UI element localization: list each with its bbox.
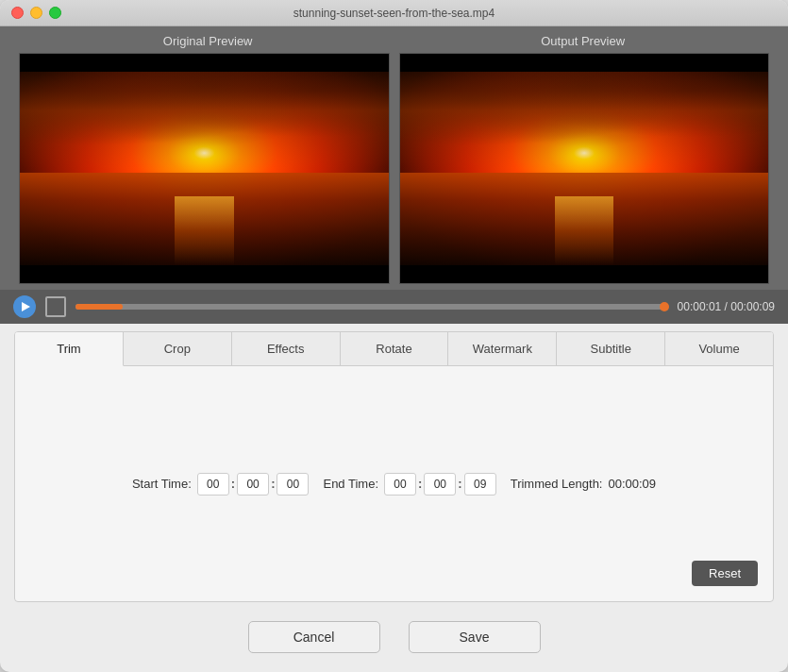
sunset-reflection (175, 196, 234, 265)
play-button[interactable] (13, 295, 36, 318)
preview-videos (19, 53, 769, 284)
start-time-label: Start Time: (132, 477, 192, 491)
start-minutes-input[interactable] (237, 473, 269, 496)
end-time-label: End Time: (323, 477, 378, 491)
progress-fill (75, 304, 123, 310)
maximize-button[interactable] (49, 7, 61, 19)
play-icon (22, 302, 30, 311)
original-video (19, 53, 390, 284)
progress-bar[interactable] (75, 304, 668, 310)
trimmed-length-value: 00:00:09 (608, 477, 656, 491)
title-bar: stunning-sunset-seen-from-the-sea.mp4 (0, 0, 788, 26)
start-time-inputs: : : (197, 473, 310, 496)
end-seconds-input[interactable] (464, 473, 496, 496)
trimmed-length-label: Trimmed Length: (511, 477, 603, 491)
preview-labels: Original Preview Output Preview (19, 34, 769, 48)
start-hours-input[interactable] (197, 473, 229, 496)
start-seconds-input[interactable] (277, 473, 309, 496)
sunset-horizon-out (400, 72, 769, 168)
end-colon-1: : (418, 477, 422, 491)
end-time-group: End Time: : : (323, 473, 495, 496)
tab-subtitle[interactable]: Subtitle (557, 332, 665, 365)
sunset-horizon (20, 72, 389, 168)
tabs-bar: Trim Crop Effects Rotate Watermark Subti… (15, 332, 773, 366)
minimize-button[interactable] (30, 7, 42, 19)
window-title: stunning-sunset-seen-from-the-sea.mp4 (293, 7, 495, 20)
end-colon-2: : (458, 477, 461, 491)
start-time-group: Start Time: : : (132, 473, 310, 496)
save-button[interactable]: Save (409, 621, 541, 653)
trimmed-length-group: Trimmed Length: 00:00:09 (511, 477, 656, 491)
preview-section: Original Preview Output Preview (0, 26, 788, 290)
end-minutes-input[interactable] (424, 473, 456, 496)
trim-content: Start Time: : : End Time: : (15, 366, 773, 601)
close-button[interactable] (11, 7, 24, 19)
playback-bar: 00:00:01 / 00:00:09 (0, 290, 788, 324)
traffic-lights (11, 7, 61, 19)
original-sunset-image (20, 54, 389, 283)
output-video (399, 53, 770, 284)
bottom-buttons: Cancel Save (0, 610, 788, 672)
original-preview-label: Original Preview (163, 34, 253, 48)
reset-btn-container: Reset (692, 561, 758, 586)
trim-row: Start Time: : : End Time: : (132, 473, 656, 496)
time-display: 00:00:01 / 00:00:09 (678, 300, 775, 313)
reset-button[interactable]: Reset (692, 561, 758, 586)
tab-volume[interactable]: Volume (665, 332, 773, 365)
app-window: stunning-sunset-seen-from-the-sea.mp4 Or… (0, 0, 788, 672)
tab-rotate[interactable]: Rotate (341, 332, 449, 365)
start-colon-1: : (231, 477, 235, 491)
sunset-reflection-out (555, 196, 614, 265)
progress-handle[interactable] (660, 302, 669, 311)
end-hours-input[interactable] (384, 473, 416, 496)
output-preview-label: Output Preview (541, 34, 625, 48)
tabs-section: Trim Crop Effects Rotate Watermark Subti… (14, 331, 774, 602)
cancel-button[interactable]: Cancel (248, 621, 380, 653)
tab-watermark[interactable]: Watermark (448, 332, 557, 365)
output-sunset-image (400, 54, 769, 283)
snapshot-button[interactable] (45, 296, 66, 317)
tab-crop[interactable]: Crop (124, 332, 232, 365)
tab-effects[interactable]: Effects (232, 332, 341, 365)
tab-trim[interactable]: Trim (15, 332, 124, 366)
end-time-inputs: : : (384, 473, 496, 496)
start-colon-2: : (271, 477, 275, 491)
